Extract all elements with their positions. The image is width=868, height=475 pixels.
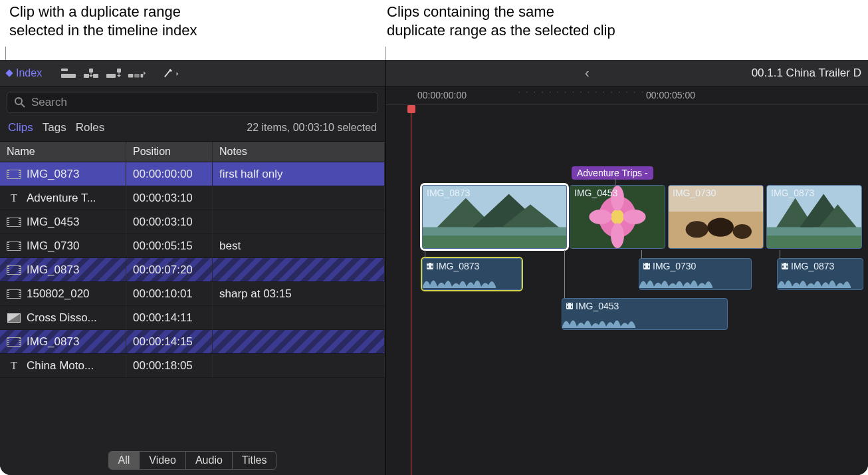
table-row[interactable]: IMG_087300:00:07:20: [0, 258, 385, 282]
timeline-clip[interactable]: IMG_0453: [570, 185, 665, 249]
row-name: IMG_0873: [27, 335, 79, 349]
ruler-mark: 00:00:00:00: [417, 90, 467, 100]
table-row[interactable]: IMG_087300:00:00:00first half only: [0, 162, 385, 186]
filter-audio[interactable]: Audio: [186, 452, 233, 469]
app-window: Index Search: [0, 60, 868, 475]
timeline-index-panel: Index Search: [0, 60, 385, 475]
index-tabs: Clips Tags Roles 22 items, 00:03:10 sele…: [0, 117, 385, 141]
index-button[interactable]: Index: [7, 67, 42, 79]
col-name[interactable]: Name: [0, 142, 126, 162]
svg-rect-5: [106, 74, 116, 78]
filter-all[interactable]: All: [109, 452, 140, 469]
row-name: IMG_0873: [27, 263, 79, 277]
table-row[interactable]: TChina Moto...00:00:18:05: [0, 354, 385, 378]
time-ruler[interactable]: 00:00:00:00 · · · · · · · · · · · · · · …: [385, 86, 868, 105]
search-placeholder: Search: [31, 96, 67, 109]
row-notes: sharp at 03:15: [219, 287, 292, 301]
tab-tags[interactable]: Tags: [43, 121, 66, 134]
overwrite-clip-button[interactable]: [127, 66, 146, 80]
index-label: Index: [16, 67, 42, 79]
svg-point-27: [686, 221, 708, 238]
svg-point-10: [15, 98, 22, 104]
row-position: 00:00:03:10: [133, 216, 193, 229]
film-icon: [427, 263, 433, 269]
svg-rect-2: [84, 74, 89, 78]
row-position: 00:00:14:11: [133, 311, 193, 325]
project-title: 00.1.1 China Trailer D: [752, 67, 861, 80]
filter-segmented: All Video Audio Titles: [108, 451, 277, 470]
tab-clips[interactable]: Clips: [8, 121, 33, 134]
svg-rect-6: [117, 69, 121, 73]
col-notes[interactable]: Notes: [213, 142, 385, 162]
svg-rect-1: [61, 69, 68, 71]
svg-rect-7: [128, 73, 133, 77]
row-name: IMG_0873: [27, 168, 79, 181]
filter-video[interactable]: Video: [140, 452, 186, 469]
index-diamond-icon: [5, 69, 13, 77]
film-icon: [566, 303, 573, 309]
row-position: 00:00:14:15: [133, 335, 193, 349]
timeline-audio-clip[interactable]: IMG_0730: [639, 258, 752, 290]
connect-clip-button[interactable]: [59, 66, 78, 80]
film-icon: [643, 263, 650, 269]
row-name: China Moto...: [27, 359, 94, 373]
tools-menu-button[interactable]: [163, 66, 181, 80]
title-icon: T: [7, 361, 21, 371]
svg-rect-3: [93, 74, 98, 78]
svg-point-29: [733, 224, 752, 239]
row-position: 00:00:00:00: [133, 168, 193, 181]
row-name: Cross Disso...: [27, 311, 97, 325]
title-icon: T: [7, 194, 21, 203]
table-row[interactable]: 150802_02000:00:10:01sharp at 03:15: [0, 282, 385, 306]
clip-label: IMG_0873: [771, 188, 814, 198]
filter-titles[interactable]: Titles: [233, 452, 276, 469]
row-name: IMG_0730: [27, 239, 79, 253]
table-row[interactable]: IMG_045300:00:03:10: [0, 210, 385, 234]
timeline-audio-clip[interactable]: IMG_0873: [422, 258, 522, 290]
timeline-audio-clip[interactable]: IMG_0873: [777, 258, 863, 290]
row-position: 00:00:03:10: [133, 192, 193, 205]
item-count: 22 items, 00:03:10 selected: [247, 122, 377, 134]
row-position: 00:00:07:20: [133, 263, 193, 277]
timeline-audio-clip[interactable]: IMG_0453: [562, 298, 728, 330]
svg-rect-9: [141, 73, 144, 77]
clip-label: IMG_0873: [427, 261, 479, 271]
svg-point-20: [611, 210, 624, 224]
clips-table: Name Position Notes IMG_087300:00:00:00f…: [0, 141, 385, 446]
col-position[interactable]: Position: [126, 142, 213, 162]
timeline-clip[interactable]: IMG_0873: [766, 185, 862, 249]
svg-rect-4: [89, 69, 93, 73]
table-row[interactable]: TAdventure T...00:00:03:10: [0, 186, 385, 210]
table-header: Name Position Notes: [0, 141, 385, 162]
title-clip[interactable]: Adventure Trips -: [572, 166, 653, 180]
connection-line: [564, 250, 565, 298]
clip-icon: [7, 265, 21, 275]
back-button[interactable]: ‹: [585, 65, 590, 80]
timeline-clip[interactable]: IMG_0873: [422, 185, 567, 249]
timeline-body[interactable]: Adventure Trips - IMG_0873IMG_0453IMG_07…: [385, 105, 868, 475]
table-row[interactable]: IMG_073000:00:05:15best: [0, 234, 385, 258]
search-input[interactable]: Search: [7, 92, 378, 113]
clip-label: IMG_0730: [643, 261, 696, 271]
row-notes: first half only: [219, 168, 282, 181]
row-notes: best: [219, 239, 241, 253]
table-row[interactable]: Cross Disso...00:00:14:11: [0, 306, 385, 330]
append-clip-button[interactable]: [104, 66, 123, 80]
clip-label: IMG_0873: [427, 188, 470, 198]
svg-rect-17: [423, 228, 566, 236]
callout-right: Clips containing the sameduplicate range…: [387, 3, 615, 39]
row-name: Adventure T...: [27, 192, 96, 205]
clip-label: IMG_0453: [566, 301, 619, 311]
row-position: 00:00:18:05: [133, 359, 193, 373]
clip-icon: [7, 170, 21, 179]
insert-clip-button[interactable]: [82, 66, 100, 80]
svg-rect-8: [134, 73, 139, 77]
table-row[interactable]: IMG_087300:00:14:15: [0, 330, 385, 354]
connection-line: [780, 250, 780, 258]
playhead[interactable]: [411, 105, 411, 475]
transition-icon: [7, 313, 21, 323]
svg-point-24: [623, 210, 646, 224]
clip-icon: [7, 337, 21, 347]
tab-roles[interactable]: Roles: [76, 121, 104, 134]
timeline-clip[interactable]: IMG_0730: [668, 185, 764, 249]
